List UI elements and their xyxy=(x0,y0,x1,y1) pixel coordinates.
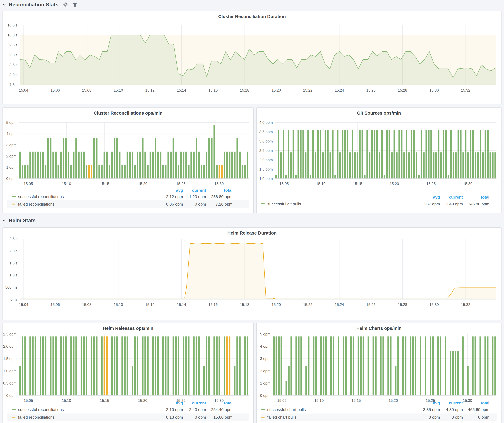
svg-text:15:18: 15:18 xyxy=(240,88,249,92)
svg-text:15:30: 15:30 xyxy=(214,398,224,403)
svg-text:15:25: 15:25 xyxy=(176,182,186,186)
series-color-dash-icon xyxy=(12,409,16,410)
legend-value-avg: 2.10 opm xyxy=(166,407,183,412)
legend-value-total: 346.80 opm xyxy=(468,202,489,206)
svg-text:4 opm: 4 opm xyxy=(6,132,17,136)
svg-text:15:22: 15:22 xyxy=(303,302,312,307)
svg-text:15:30: 15:30 xyxy=(463,182,473,186)
svg-text:15:25: 15:25 xyxy=(426,182,436,186)
svg-text:15:20: 15:20 xyxy=(390,182,399,186)
legend-value-avg: 2.12 opm xyxy=(166,194,183,199)
svg-text:15:20: 15:20 xyxy=(271,88,281,92)
legend-value-current: 0 opm xyxy=(195,202,206,207)
svg-text:2 opm: 2 opm xyxy=(6,154,17,158)
svg-text:2.0 opm: 2.0 opm xyxy=(259,158,273,162)
gear-icon[interactable] xyxy=(62,2,68,7)
legend-header-current[interactable]: current xyxy=(449,195,463,200)
panel-helm-releases-opm: Helm Releases ops/min 2.5 opm2.0 opm1.5 … xyxy=(2,323,254,423)
legend-value-avg: 0 opm xyxy=(429,415,440,420)
legend-value-current: 1.20 opm xyxy=(189,194,206,199)
svg-text:15:20: 15:20 xyxy=(271,302,281,307)
svg-text:1.0 opm: 1.0 opm xyxy=(3,369,17,373)
helm-release-duration-chart[interactable]: 2.5 s2.0 s1.5 s1.0 s500 ms0 ns15:0415:06… xyxy=(3,228,501,320)
panel-git-sources-opm: Git Sources ops/min 4.0 opm3.5 opm3.0 op… xyxy=(256,107,502,213)
svg-text:15:05: 15:05 xyxy=(277,398,287,403)
svg-text:9.5 s: 9.5 s xyxy=(9,43,18,47)
svg-text:15:04: 15:04 xyxy=(19,88,28,92)
svg-text:15:06: 15:06 xyxy=(50,302,60,307)
svg-text:15:10: 15:10 xyxy=(62,182,71,186)
svg-text:1.0 s: 1.0 s xyxy=(9,273,18,277)
section-header-reconciliation-stats: Reconciliation Stats xyxy=(2,1,78,8)
svg-text:15:20: 15:20 xyxy=(138,398,147,403)
trash-icon[interactable] xyxy=(72,2,78,7)
svg-text:5 opm: 5 opm xyxy=(6,120,17,125)
chevron-down-icon[interactable] xyxy=(2,218,6,223)
series-color-dash-icon xyxy=(12,196,16,197)
legend-header-total[interactable]: total xyxy=(481,195,489,200)
svg-text:15:12: 15:12 xyxy=(145,88,155,92)
svg-text:500 ms: 500 ms xyxy=(5,285,18,289)
legend-row: successful reconciliations2.10 opm2.40 o… xyxy=(7,406,249,413)
legend-header-current[interactable]: current xyxy=(192,188,206,193)
legend-series-name[interactable]: failed reconciliations xyxy=(18,415,54,420)
legend-series-name[interactable]: successful git pulls xyxy=(267,202,301,206)
svg-text:15:30: 15:30 xyxy=(463,398,472,403)
svg-text:1.5 opm: 1.5 opm xyxy=(259,167,273,171)
legend-header-avg[interactable]: avg xyxy=(433,195,440,200)
panel-helm-charts-opm: Helm Charts ops/min 5 opm4 opm3 opm2 opm… xyxy=(256,323,502,423)
svg-text:15:26: 15:26 xyxy=(366,302,376,307)
svg-text:15:24: 15:24 xyxy=(335,302,344,307)
section-title[interactable]: Helm Stats xyxy=(9,217,36,223)
svg-text:1.5 opm: 1.5 opm xyxy=(3,357,17,361)
svg-text:15:16: 15:16 xyxy=(208,302,218,307)
svg-text:1 opm: 1 opm xyxy=(6,165,17,170)
legend-row: failed reconciliations0.06 opm0 opm7.20 … xyxy=(7,200,249,208)
series-color-dash-icon xyxy=(261,409,265,410)
legend-row: successful git pulls2.87 opm2.40 opm346.… xyxy=(261,200,497,207)
svg-text:3.0 opm: 3.0 opm xyxy=(259,139,273,143)
legend-series-name[interactable]: successful reconciliations xyxy=(18,194,64,199)
svg-text:15:18: 15:18 xyxy=(240,302,249,307)
legend-value-total: 465.60 opm xyxy=(468,407,489,412)
series-color-dash-icon xyxy=(261,417,265,417)
legend-header-avg[interactable]: avg xyxy=(433,400,440,405)
svg-text:0.5 opm: 0.5 opm xyxy=(3,381,17,385)
git-sources-opm-chart[interactable]: 4.0 opm3.5 opm3.0 opm2.5 opm2.0 opm1.5 o… xyxy=(257,108,501,213)
svg-text:15:12: 15:12 xyxy=(145,302,155,307)
legend-series-name[interactable]: failed chart pulls xyxy=(267,415,297,420)
svg-text:15:14: 15:14 xyxy=(177,302,186,307)
legend-header-total[interactable]: total xyxy=(481,400,489,405)
legend-header-current[interactable]: current xyxy=(449,400,463,405)
svg-text:8.5 s: 8.5 s xyxy=(9,63,18,67)
cluster-reconciliation-duration-chart[interactable]: 10.5 s10.0 s9.5 s9.0 s8.5 s8.0 s7.5 s15:… xyxy=(3,11,501,104)
legend-series-name[interactable]: successful chart pulls xyxy=(267,407,306,412)
svg-text:15:20: 15:20 xyxy=(138,182,147,186)
svg-text:0 ns: 0 ns xyxy=(11,297,18,301)
svg-text:15:24: 15:24 xyxy=(335,88,344,92)
legend-series-name[interactable]: failed reconciliations xyxy=(18,202,54,207)
chevron-down-icon[interactable] xyxy=(2,3,6,7)
svg-text:15:05: 15:05 xyxy=(24,182,33,186)
svg-text:2.0 opm: 2.0 opm xyxy=(3,344,17,348)
svg-text:15:15: 15:15 xyxy=(100,182,109,186)
legend-header-avg[interactable]: avg xyxy=(176,400,183,405)
svg-text:15:26: 15:26 xyxy=(366,88,376,92)
svg-text:15:32: 15:32 xyxy=(461,302,470,307)
svg-text:8.0 s: 8.0 s xyxy=(9,73,18,77)
svg-text:1.0 opm: 1.0 opm xyxy=(259,176,273,181)
svg-text:15:10: 15:10 xyxy=(62,398,71,403)
svg-text:15:28: 15:28 xyxy=(398,88,407,92)
svg-text:15:10: 15:10 xyxy=(114,88,123,92)
legend-header-avg[interactable]: avg xyxy=(176,188,183,193)
svg-text:10.0 s: 10.0 s xyxy=(7,33,18,37)
legend-header-current[interactable]: current xyxy=(192,400,206,405)
legend-header-total[interactable]: total xyxy=(224,400,233,405)
legend-value-current: 0 opm xyxy=(452,415,463,420)
legend-series-name[interactable]: successful reconciliations xyxy=(18,407,64,412)
series-color-dash-icon xyxy=(12,204,16,205)
svg-text:1 opm: 1 opm xyxy=(260,381,270,385)
section-title[interactable]: Reconciliation Stats xyxy=(9,2,59,8)
svg-text:3.5 opm: 3.5 opm xyxy=(259,130,273,134)
legend-header-total[interactable]: total xyxy=(224,188,233,193)
